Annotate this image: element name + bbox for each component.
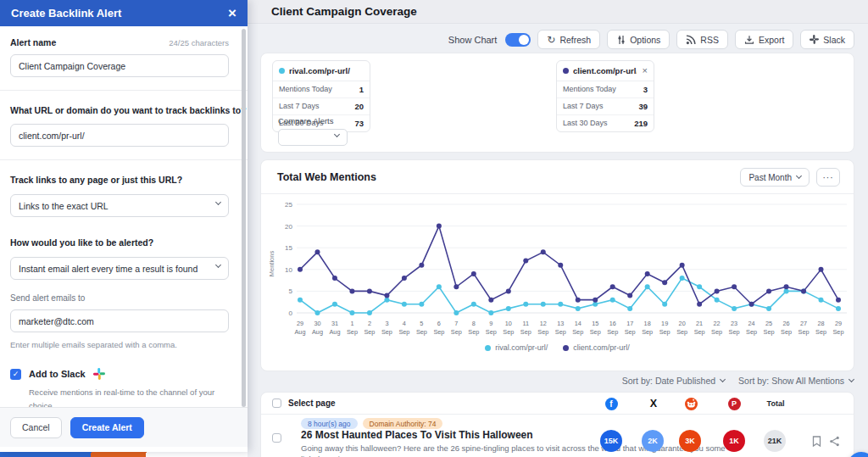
- chat-widget-button[interactable]: [848, 452, 868, 457]
- article-actions: [812, 436, 840, 447]
- modal-body: Alert name 24/25 characters What URL or …: [0, 26, 248, 438]
- svg-text:20: 20: [679, 320, 686, 327]
- client-summary-card: client.com/pr-url/ × Mentions Today3 Las…: [556, 60, 654, 132]
- slack-icon: [810, 35, 819, 44]
- svg-text:21: 21: [696, 320, 703, 327]
- svg-text:26: 26: [782, 320, 789, 327]
- rival-card-name: rival.com/pr-url/: [289, 66, 364, 75]
- svg-text:Sep: Sep: [364, 328, 375, 336]
- url-input[interactable]: [10, 124, 229, 147]
- url-question-label: What URL or domain do you want to track …: [10, 105, 247, 115]
- export-button[interactable]: Export: [735, 30, 793, 49]
- svg-text:Sep: Sep: [572, 328, 583, 336]
- date-range-select[interactable]: Past Month: [740, 168, 810, 187]
- stat-row: Last 30 Days219: [557, 115, 654, 131]
- show-chart-toggle[interactable]: [505, 33, 531, 47]
- chart-area: 0510152025Mentions29Aug30Aug31Aug1Sep2Se…: [261, 194, 854, 352]
- svg-text:7: 7: [454, 320, 458, 327]
- sort-by-mentions-dropdown[interactable]: Sort by: Show All Mentions: [738, 376, 854, 386]
- svg-text:4: 4: [403, 320, 406, 327]
- svg-text:9: 9: [489, 320, 492, 327]
- bookmark-icon[interactable]: [812, 436, 821, 447]
- svg-text:Sep: Sep: [781, 328, 792, 336]
- svg-text:5: 5: [420, 320, 423, 327]
- modal-scrollbar[interactable]: [242, 29, 246, 407]
- svg-text:Sep: Sep: [433, 328, 444, 336]
- reddit-column-icon[interactable]: [684, 397, 698, 410]
- svg-text:10: 10: [505, 320, 512, 327]
- modal-footer: Cancel Create Alert: [0, 407, 248, 447]
- rss-icon: [686, 35, 696, 45]
- svg-text:22: 22: [714, 320, 721, 327]
- toolbar: Show Chart ↻ Refresh Options RSS Export: [448, 30, 854, 49]
- svg-text:Sep: Sep: [347, 328, 358, 336]
- create-backlink-alert-modal: Create Backlink Alert × Alert name 24/25…: [0, 0, 248, 452]
- chevron-down-icon: [796, 173, 802, 179]
- dashboard-content: Client Campaign Coverage Show Chart ↻ Re…: [248, 0, 868, 457]
- svg-text:29: 29: [297, 320, 303, 327]
- svg-text:14: 14: [575, 320, 581, 327]
- svg-text:Sep: Sep: [555, 328, 566, 336]
- svg-text:29: 29: [835, 320, 842, 327]
- domain-authority-badge: Domain Authority: 74: [363, 418, 443, 429]
- svg-text:Sep: Sep: [711, 328, 722, 336]
- svg-text:28: 28: [817, 320, 824, 327]
- chart-more-button[interactable]: ···: [816, 168, 840, 187]
- cancel-button[interactable]: Cancel: [10, 417, 62, 438]
- svg-text:Aug: Aug: [312, 328, 323, 336]
- alert-name-label: Alert name: [10, 37, 56, 47]
- facebook-share-count: 15K: [600, 430, 622, 452]
- svg-text:24: 24: [748, 320, 755, 327]
- mentions-chart: 0510152025Mentions29Aug30Aug31Aug1Sep2Se…: [266, 198, 850, 342]
- close-icon[interactable]: ×: [228, 6, 236, 20]
- reddit-share-count: 3K: [679, 430, 701, 452]
- create-alert-button[interactable]: Create Alert: [70, 417, 144, 438]
- article-checkbox[interactable]: [272, 433, 281, 443]
- svg-text:Sep: Sep: [694, 328, 705, 336]
- slack-button[interactable]: Slack: [800, 30, 854, 49]
- svg-text:Sep: Sep: [815, 328, 826, 336]
- refresh-button[interactable]: ↻ Refresh: [537, 30, 600, 49]
- sort-by-date-dropdown[interactable]: Sort by: Date Published: [622, 376, 725, 386]
- svg-text:Sep: Sep: [537, 328, 548, 336]
- svg-text:10: 10: [285, 266, 292, 274]
- alert-emails-input[interactable]: [10, 309, 229, 332]
- modal-title: Create Backlink Alert: [11, 7, 121, 20]
- track-links-select[interactable]: Links to the exact URL: [10, 194, 229, 217]
- select-page-checkbox[interactable]: [272, 398, 281, 408]
- alert-name-section: Alert name 24/25 characters: [0, 26, 248, 91]
- legend-item-rival: rival.com/pr-url/: [485, 343, 548, 352]
- add-to-slack-checkbox[interactable]: ✓: [10, 369, 21, 380]
- options-button[interactable]: Options: [607, 30, 670, 49]
- url-section: What URL or domain do you want to track …: [0, 91, 248, 160]
- pinterest-column-icon[interactable]: P: [727, 397, 741, 410]
- svg-text:17: 17: [626, 320, 633, 327]
- x-twitter-column-icon[interactable]: X: [647, 397, 660, 410]
- rss-button[interactable]: RSS: [676, 30, 728, 49]
- svg-text:0: 0: [289, 309, 293, 317]
- share-icon[interactable]: [829, 436, 840, 447]
- svg-text:Sep: Sep: [451, 328, 462, 336]
- article-row: 8 hour(s) ago Domain Authority: 74 26 Mo…: [261, 415, 854, 457]
- total-share-count: 21K: [764, 430, 786, 452]
- page-header: Client Campaign Coverage: [248, 0, 868, 24]
- svg-text:23: 23: [731, 320, 737, 327]
- svg-text:19: 19: [661, 320, 668, 327]
- age-badge: 8 hour(s) ago: [301, 418, 358, 429]
- sort-bar: Sort by: Date Published Sort by: Show Al…: [622, 376, 854, 386]
- remove-client-card-icon[interactable]: ×: [641, 66, 648, 75]
- svg-text:Sep: Sep: [764, 328, 775, 336]
- options-section: Track links to any page or just this URL…: [0, 160, 248, 438]
- svg-text:27: 27: [800, 320, 807, 327]
- alert-frequency-select[interactable]: Instant email alert every time a result …: [10, 257, 229, 280]
- alert-name-input[interactable]: [10, 54, 229, 77]
- svg-text:12: 12: [540, 320, 547, 327]
- compare-alerts-select[interactable]: [278, 129, 348, 146]
- svg-text:6: 6: [437, 320, 441, 327]
- facebook-column-icon[interactable]: f: [604, 397, 618, 410]
- article-title-link[interactable]: 26 Most Haunted Places To Visit This Hal…: [301, 429, 533, 441]
- svg-text:25: 25: [765, 320, 772, 327]
- compare-alerts-label: Compare Alerts: [278, 116, 348, 125]
- svg-text:20: 20: [285, 223, 292, 231]
- total-column-label: Total: [762, 399, 789, 408]
